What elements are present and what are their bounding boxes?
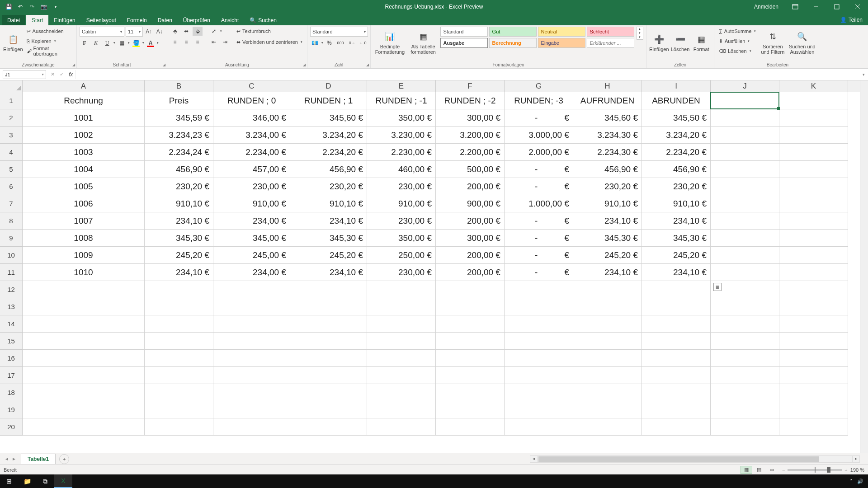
cell[interactable]: 2.234,00 € <box>213 144 290 161</box>
view-page-layout-icon[interactable]: ▤ <box>753 466 765 474</box>
cell[interactable]: RUNDEN; -3 <box>505 92 573 109</box>
number-format-select[interactable]: Standard▾ <box>310 27 368 37</box>
cell[interactable] <box>23 367 145 384</box>
cell[interactable] <box>290 401 367 418</box>
align-right-icon[interactable]: ≡ <box>193 38 203 47</box>
tray-chevron-icon[interactable]: ˄ <box>850 479 853 484</box>
tray-volume-icon[interactable]: 🔊 <box>857 479 863 484</box>
tab-data[interactable]: Daten <box>152 15 178 25</box>
fill-button[interactable]: ⬇Ausfüllen▾ <box>717 37 758 46</box>
cell[interactable]: 910,10 € <box>642 195 711 212</box>
cell[interactable]: 3.234,00 € <box>213 127 290 144</box>
vertical-scrollbar[interactable] <box>860 80 868 453</box>
clear-button[interactable]: ⌫Löschen▾ <box>717 47 758 56</box>
row-header[interactable]: 19 <box>0 401 23 418</box>
cell[interactable]: 230,20 € <box>642 178 711 195</box>
cell[interactable] <box>23 281 145 298</box>
cell[interactable] <box>213 350 290 367</box>
cell[interactable] <box>711 384 779 401</box>
cell[interactable]: 300,00 € <box>436 109 505 127</box>
cell[interactable] <box>779 418 848 436</box>
fx-icon[interactable]: fx <box>66 71 75 78</box>
italic-button[interactable]: K <box>91 38 101 47</box>
cell[interactable] <box>573 281 642 298</box>
close-icon[interactable] <box>847 0 868 14</box>
cell[interactable] <box>505 350 573 367</box>
cell[interactable] <box>711 247 779 264</box>
cell[interactable] <box>367 350 436 367</box>
cell[interactable]: 350,00 € <box>367 230 436 247</box>
cell[interactable]: 1.000,00 € <box>505 195 573 212</box>
column-header[interactable]: D <box>290 80 367 92</box>
cell[interactable] <box>779 350 848 367</box>
cell[interactable]: 345,30 € <box>573 230 642 247</box>
font-size-select[interactable]: 11▾ <box>126 27 143 37</box>
cell[interactable]: 230,20 € <box>145 178 213 195</box>
insert-cells-button[interactable]: ➕Einfügen <box>649 27 669 59</box>
undo-icon[interactable]: ↶ <box>15 2 25 12</box>
cell[interactable] <box>436 401 505 418</box>
save-icon[interactable]: 💾 <box>4 2 14 12</box>
decrease-decimal-icon[interactable]: ←.0 <box>358 38 368 47</box>
view-page-break-icon[interactable]: ▭ <box>766 466 778 474</box>
cell[interactable] <box>145 315 213 333</box>
cell[interactable]: 346,00 € <box>213 109 290 127</box>
cell[interactable] <box>290 281 367 298</box>
autofill-options-icon[interactable]: ▦ <box>713 283 722 291</box>
scroll-thumb[interactable] <box>538 456 819 462</box>
paste-button[interactable]: 📋Einfügen <box>3 27 24 59</box>
cell[interactable] <box>779 195 848 212</box>
cell[interactable]: 234,10 € <box>573 264 642 281</box>
cell[interactable]: 345,30 € <box>145 230 213 247</box>
column-header[interactable]: F <box>436 80 505 92</box>
row-header[interactable]: 17 <box>0 367 23 384</box>
cell[interactable]: 245,20 € <box>642 247 711 264</box>
cell[interactable]: 234,10 € <box>290 212 367 230</box>
column-header[interactable]: A <box>23 80 145 92</box>
font-color-button[interactable]: A <box>146 38 156 47</box>
cell[interactable]: RUNDEN ; 1 <box>290 92 367 109</box>
dialog-launcher-icon[interactable]: ◢ <box>303 63 306 67</box>
cell[interactable]: 910,10 € <box>145 195 213 212</box>
cell[interactable]: 234,00 € <box>213 212 290 230</box>
cell[interactable] <box>711 127 779 144</box>
cell[interactable] <box>779 127 848 144</box>
view-normal-icon[interactable]: ▦ <box>741 466 752 474</box>
cell[interactable] <box>779 264 848 281</box>
row-header[interactable]: 14 <box>0 315 23 333</box>
cut-button[interactable]: ✂Ausschneiden <box>25 27 74 36</box>
cell[interactable] <box>367 315 436 333</box>
maximize-icon[interactable] <box>826 0 847 14</box>
cell[interactable] <box>573 315 642 333</box>
cell[interactable]: 900,00 € <box>436 195 505 212</box>
font-name-select[interactable]: Calibri▾ <box>80 27 124 37</box>
tab-layout[interactable]: Seitenlayout <box>81 15 122 25</box>
cell[interactable] <box>23 384 145 401</box>
cell[interactable] <box>367 401 436 418</box>
cell[interactable] <box>779 212 848 230</box>
style-explain[interactable]: Erklärender ... <box>587 38 634 48</box>
cell[interactable] <box>711 161 779 178</box>
cell[interactable] <box>642 298 711 315</box>
cell[interactable]: 1001 <box>23 109 145 127</box>
cell[interactable] <box>711 264 779 281</box>
cell[interactable] <box>711 315 779 333</box>
column-header[interactable]: I <box>642 80 711 92</box>
scroll-left-icon[interactable]: ◄ <box>530 456 538 462</box>
wrap-text-button[interactable]: ↩Textumbruch <box>235 27 304 36</box>
cell[interactable]: 245,00 € <box>213 247 290 264</box>
row-header[interactable]: 7 <box>0 195 23 212</box>
cell[interactable]: 1004 <box>23 161 145 178</box>
style-standard[interactable]: Standard <box>440 27 488 37</box>
cell[interactable] <box>505 384 573 401</box>
cell[interactable] <box>23 315 145 333</box>
conditional-format-button[interactable]: 📊Bedingte Formatierung <box>373 27 406 59</box>
cell[interactable] <box>213 315 290 333</box>
select-all-corner[interactable] <box>0 80 23 92</box>
cell[interactable] <box>436 315 505 333</box>
cell[interactable] <box>367 281 436 298</box>
cell[interactable]: 3.200,00 € <box>436 127 505 144</box>
cell[interactable]: ABRUNDEN <box>642 92 711 109</box>
orientation-icon[interactable]: ⤢ <box>209 27 219 36</box>
cell[interactable] <box>505 281 573 298</box>
